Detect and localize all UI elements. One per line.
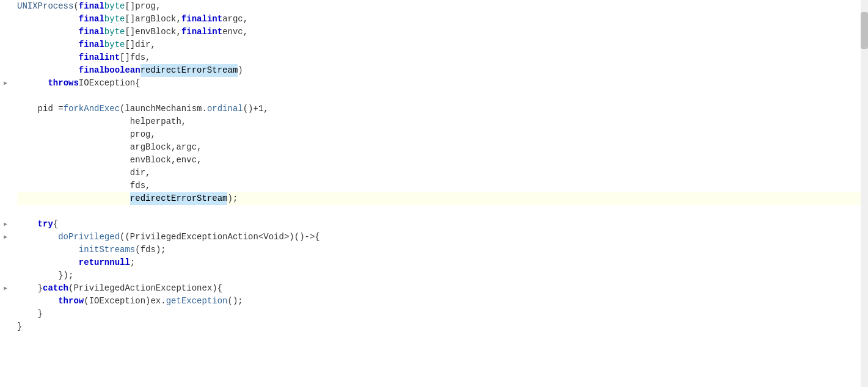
ln-9 xyxy=(0,103,9,115)
ln-21 xyxy=(0,256,9,269)
code-line-25: } xyxy=(17,308,868,320)
scrollbar-track[interactable] xyxy=(861,0,868,387)
ln-26 xyxy=(0,320,9,333)
code-line-6: final boolean redirectErrorStream) xyxy=(17,64,868,77)
code-line-10: helperpath, xyxy=(17,115,868,128)
ln-4 xyxy=(0,38,9,51)
ln-1 xyxy=(0,0,9,13)
ln-18 xyxy=(0,218,9,231)
code-line-7: throws IOException { xyxy=(17,77,868,90)
code-line-2: final byte[] argBlock, final int argc, xyxy=(17,13,868,26)
ln-8 xyxy=(0,90,9,103)
ln-15 xyxy=(0,179,9,192)
ln-12 xyxy=(0,141,9,154)
code-editor: UNIXProcess(final byte[] prog, final byt… xyxy=(0,0,868,387)
ln-22 xyxy=(0,269,9,282)
ln-23 xyxy=(0,282,9,295)
code-line-1: UNIXProcess(final byte[] prog, xyxy=(17,0,868,13)
scrollbar-thumb[interactable] xyxy=(861,12,868,49)
code-line-24: throw (IOException) ex.getException(); xyxy=(17,295,868,308)
code-line-9: pid = forkAndExec(launchMechanism.ordina… xyxy=(17,103,868,115)
ln-3 xyxy=(0,26,9,38)
code-line-15: fds, xyxy=(17,179,868,192)
ln-11 xyxy=(0,128,9,141)
line-numbers xyxy=(0,0,11,387)
code-line-8 xyxy=(17,90,868,103)
code-line-19: doPrivileged((PrivilegedExceptionAction<… xyxy=(17,231,868,244)
code-content[interactable]: UNIXProcess(final byte[] prog, final byt… xyxy=(11,0,868,387)
code-line-23: } catch (PrivilegedActionException ex) { xyxy=(17,282,868,295)
code-line-20: initStreams(fds); xyxy=(17,244,868,256)
ln-17 xyxy=(0,205,9,218)
ln-6 xyxy=(0,64,9,77)
ln-19 xyxy=(0,231,9,244)
ln-5 xyxy=(0,51,9,64)
code-line-17 xyxy=(17,205,868,218)
code-line-5: final int[] fds, xyxy=(17,51,868,64)
ln-25 xyxy=(0,308,9,320)
code-line-16: redirectErrorStream); xyxy=(17,192,868,205)
ln-16 xyxy=(0,192,9,205)
code-line-11: prog, xyxy=(17,128,868,141)
code-line-13: envBlock, envc, xyxy=(17,154,868,167)
code-line-18: try { xyxy=(17,218,868,231)
code-line-26: } xyxy=(17,320,868,333)
code-line-14: dir, xyxy=(17,167,868,179)
ln-2 xyxy=(0,13,9,26)
ln-24 xyxy=(0,295,9,308)
code-line-22: }); xyxy=(17,269,868,282)
code-line-3: final byte[] envBlock, final int envc, xyxy=(17,26,868,38)
ln-7 xyxy=(0,77,9,90)
code-line-4: final byte[] dir, xyxy=(17,38,868,51)
ln-13 xyxy=(0,154,9,167)
code-line-21: return null; xyxy=(17,256,868,269)
code-line-12: argBlock, argc, xyxy=(17,141,868,154)
ln-14 xyxy=(0,167,9,179)
ln-20 xyxy=(0,244,9,256)
ln-10 xyxy=(0,115,9,128)
